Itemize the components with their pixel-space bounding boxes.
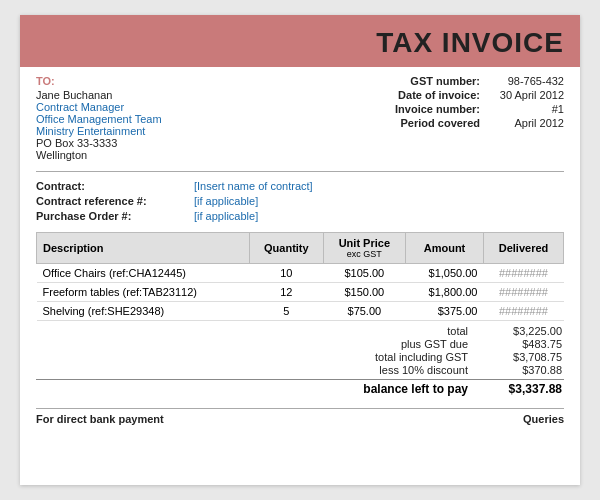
invoice-num-value: #1 xyxy=(484,103,564,115)
header-bar: TAX INVOICE xyxy=(20,15,580,67)
contract-label: Contract: xyxy=(36,180,186,192)
gst-row: GST number: 98-765-432 xyxy=(300,75,564,87)
contract-ref-label: Contract reference #: xyxy=(36,195,186,207)
total-incl-value: $3,708.75 xyxy=(474,351,564,363)
gst-due-value: $483.75 xyxy=(474,338,564,350)
to-block: TO: Jane Buchanan Contract Manager Offic… xyxy=(36,75,300,161)
cell-quantity: 10 xyxy=(249,264,323,283)
table-row: Freeform tables (ref:TAB23112) 12 $150.0… xyxy=(37,283,564,302)
cell-delivered: ######## xyxy=(483,302,563,321)
invoice-document: TAX INVOICE TO: Jane Buchanan Contract M… xyxy=(20,15,580,485)
total-incl-label: total including GST xyxy=(114,351,474,363)
recipient-team: Office Management Team xyxy=(36,113,300,125)
cell-amount: $1,050.00 xyxy=(406,264,484,283)
col-description: Description xyxy=(37,233,250,264)
contract-value: [Insert name of contract] xyxy=(194,180,313,192)
queries-label: Queries xyxy=(523,413,564,425)
invoice-title: TAX INVOICE xyxy=(376,27,564,59)
contract-ref-value: [if applicable] xyxy=(194,195,258,207)
date-row: Date of invoice: 30 April 2012 xyxy=(300,89,564,101)
date-value: 30 April 2012 xyxy=(484,89,564,101)
cell-description: Shelving (ref:SHE29348) xyxy=(37,302,250,321)
divider-1 xyxy=(36,171,564,172)
table-header-row: Description Quantity Unit Price exc GST … xyxy=(37,233,564,264)
discount-value: $370.88 xyxy=(474,364,564,376)
balance-row: balance left to pay $3,337.88 xyxy=(36,379,564,396)
footer-section: For direct bank payment Queries xyxy=(36,408,564,425)
recipient-role: Contract Manager xyxy=(36,101,300,113)
contract-section: Contract: [Insert name of contract] Cont… xyxy=(36,180,564,222)
cell-quantity: 5 xyxy=(249,302,323,321)
cell-description: Office Chairs (ref:CHA12445) xyxy=(37,264,250,283)
unit-price-sub: exc GST xyxy=(330,249,399,259)
balance-value: $3,337.88 xyxy=(474,382,564,396)
col-quantity: Quantity xyxy=(249,233,323,264)
table-row: Shelving (ref:SHE29348) 5 $75.00 $375.00… xyxy=(37,302,564,321)
invoice-meta: GST number: 98-765-432 Date of invoice: … xyxy=(300,75,564,161)
cell-delivered: ######## xyxy=(483,264,563,283)
total-value: $3,225.00 xyxy=(474,325,564,337)
cell-quantity: 12 xyxy=(249,283,323,302)
recipient-city: Wellington xyxy=(36,149,300,161)
purchase-order-value: [if applicable] xyxy=(194,210,258,222)
gst-label: GST number: xyxy=(410,75,480,87)
cell-amount: $375.00 xyxy=(406,302,484,321)
date-label: Date of invoice: xyxy=(398,89,480,101)
cell-delivered: ######## xyxy=(483,283,563,302)
contract-name-row: Contract: [Insert name of contract] xyxy=(36,180,564,192)
total-incl-row: total including GST $3,708.75 xyxy=(36,351,564,363)
discount-row: less 10% discount $370.88 xyxy=(36,364,564,376)
cell-unit-price: $75.00 xyxy=(323,302,405,321)
purchase-order-label: Purchase Order #: xyxy=(36,210,186,222)
cell-amount: $1,800.00 xyxy=(406,283,484,302)
invoice-num-row: Invoice number: #1 xyxy=(300,103,564,115)
recipient-po: PO Box 33-3333 xyxy=(36,137,300,149)
top-section: TO: Jane Buchanan Contract Manager Offic… xyxy=(36,75,564,161)
gst-due-row: plus GST due $483.75 xyxy=(36,338,564,350)
balance-label: balance left to pay xyxy=(114,382,474,396)
body-content: TO: Jane Buchanan Contract Manager Offic… xyxy=(20,67,580,435)
col-unit-price: Unit Price exc GST xyxy=(323,233,405,264)
cell-unit-price: $105.00 xyxy=(323,264,405,283)
items-table: Description Quantity Unit Price exc GST … xyxy=(36,232,564,321)
invoice-num-label: Invoice number: xyxy=(395,103,480,115)
purchase-order-row: Purchase Order #: [if applicable] xyxy=(36,210,564,222)
period-value: April 2012 xyxy=(484,117,564,129)
gst-value: 98-765-432 xyxy=(484,75,564,87)
bank-payment-label: For direct bank payment xyxy=(36,413,164,425)
col-delivered: Delivered xyxy=(483,233,563,264)
cell-description: Freeform tables (ref:TAB23112) xyxy=(37,283,250,302)
recipient-name: Jane Buchanan xyxy=(36,89,300,101)
period-label: Period covered xyxy=(401,117,480,129)
col-amount: Amount xyxy=(406,233,484,264)
gst-due-label: plus GST due xyxy=(114,338,474,350)
contract-ref-row: Contract reference #: [if applicable] xyxy=(36,195,564,207)
recipient-org: Ministry Entertainment xyxy=(36,125,300,137)
total-row: total $3,225.00 xyxy=(36,325,564,337)
total-label: total xyxy=(114,325,474,337)
period-row: Period covered April 2012 xyxy=(300,117,564,129)
cell-unit-price: $150.00 xyxy=(323,283,405,302)
totals-section: total $3,225.00 plus GST due $483.75 tot… xyxy=(36,325,564,396)
table-row: Office Chairs (ref:CHA12445) 10 $105.00 … xyxy=(37,264,564,283)
discount-label: less 10% discount xyxy=(114,364,474,376)
to-label: TO: xyxy=(36,75,300,87)
